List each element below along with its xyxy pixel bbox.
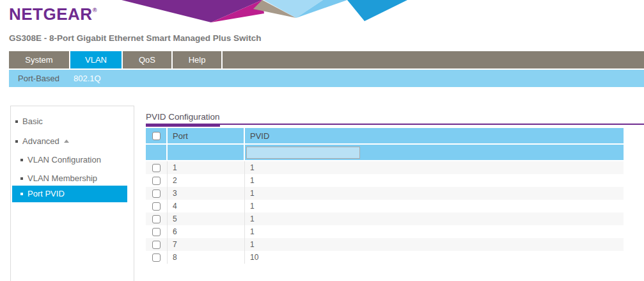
sidebar-item-label: VLAN Configuration [27, 155, 101, 165]
row-checkbox[interactable] [152, 253, 161, 262]
pvid-cell: 1 [245, 213, 624, 225]
vlan-subnav: Port-Based 802.1Q [9, 70, 644, 87]
row-checkbox[interactable] [152, 189, 161, 198]
port-cell: 2 [168, 174, 245, 187]
sidebar-item-vlan-configuration[interactable]: VLAN Configuration [12, 152, 127, 168]
table-row: 1 1 [146, 161, 624, 174]
header-checkbox-cell [146, 128, 168, 145]
row-checkbox[interactable] [152, 228, 161, 236]
subnav-8021q[interactable]: 802.1Q [74, 74, 101, 83]
bullet-icon [15, 120, 18, 123]
bullet-icon [20, 177, 23, 180]
table-row: 6 1 [146, 225, 624, 238]
bullet-icon [20, 193, 23, 195]
table-row: 8 10 [146, 251, 624, 264]
row-checkbox[interactable] [152, 177, 161, 185]
pvid-input[interactable] [246, 147, 360, 159]
heading-rule [146, 124, 644, 125]
bullet-icon [15, 140, 18, 143]
pvid-table: Port PVID 1 1 2 1 3 1 4 1 5 1 6 1 [146, 128, 624, 264]
page-title: GS308E - 8-Port Gigabit Ethernet Smart M… [9, 33, 262, 43]
filter-pvid-cell [245, 145, 624, 161]
tab-qos[interactable]: QoS [123, 51, 173, 68]
port-cell: 5 [168, 213, 245, 225]
sidebar-item-label: Basic [22, 116, 43, 126]
sidebar-item-label: Port PVID [27, 189, 65, 198]
port-cell: 1 [168, 161, 245, 174]
row-checkbox[interactable] [152, 241, 161, 249]
table-row: 3 1 [146, 187, 624, 200]
pvid-cell: 1 [245, 238, 624, 251]
select-all-checkbox[interactable] [152, 132, 161, 140]
chevron-up-icon [64, 140, 69, 143]
pvid-cell: 1 [245, 174, 624, 187]
table-row: 5 1 [146, 213, 624, 225]
row-checkbox[interactable] [152, 202, 161, 211]
table-filter-row [146, 145, 624, 161]
table-header-row: Port PVID [146, 128, 624, 145]
port-cell: 7 [168, 238, 245, 251]
pvid-cell: 1 [245, 200, 624, 213]
table-row: 2 1 [146, 174, 624, 187]
header-pvid: PVID [245, 128, 624, 145]
pvid-configuration-heading: PVID Configuration [146, 112, 220, 122]
tab-vlan[interactable]: VLAN [70, 51, 123, 68]
table-row: 4 1 [146, 200, 624, 213]
pvid-cell: 1 [245, 187, 624, 200]
pvid-cell: 1 [245, 161, 624, 174]
pvid-cell: 1 [245, 225, 624, 238]
subnav-port-based[interactable]: Port-Based [18, 74, 59, 83]
sidebar-item-advanced[interactable]: Advanced [12, 133, 127, 150]
port-cell: 4 [168, 200, 245, 213]
tab-system[interactable]: System [9, 51, 70, 68]
pvid-cell: 10 [245, 251, 624, 264]
main-nav: System VLAN QoS Help [9, 51, 644, 68]
netgear-logo: NETGEAR® [9, 4, 97, 24]
row-checkbox[interactable] [152, 164, 161, 172]
port-cell: 8 [168, 251, 245, 264]
heading-rule-active-segment [146, 124, 220, 127]
sidebar-item-vlan-membership[interactable]: VLAN Membership [12, 170, 127, 187]
sidebar-item-label: VLAN Membership [27, 173, 97, 183]
registered-mark: ® [93, 7, 97, 13]
filter-port-cell [168, 145, 245, 161]
sidebar-item-basic[interactable]: Basic [12, 113, 127, 130]
header-port: Port [168, 128, 245, 145]
row-checkbox[interactable] [152, 215, 161, 223]
sidebar-item-port-pvid[interactable]: Port PVID [12, 186, 127, 202]
sidebar-item-label: Advanced [22, 136, 59, 146]
sidebar: Basic Advanced VLAN Configuration VLAN M… [10, 106, 134, 281]
bullet-icon [20, 159, 23, 161]
filter-checkbox-cell [146, 145, 168, 161]
port-cell: 6 [168, 225, 245, 238]
table-row: 7 1 [146, 238, 624, 251]
tab-help[interactable]: Help [173, 51, 223, 68]
port-cell: 3 [168, 187, 245, 200]
